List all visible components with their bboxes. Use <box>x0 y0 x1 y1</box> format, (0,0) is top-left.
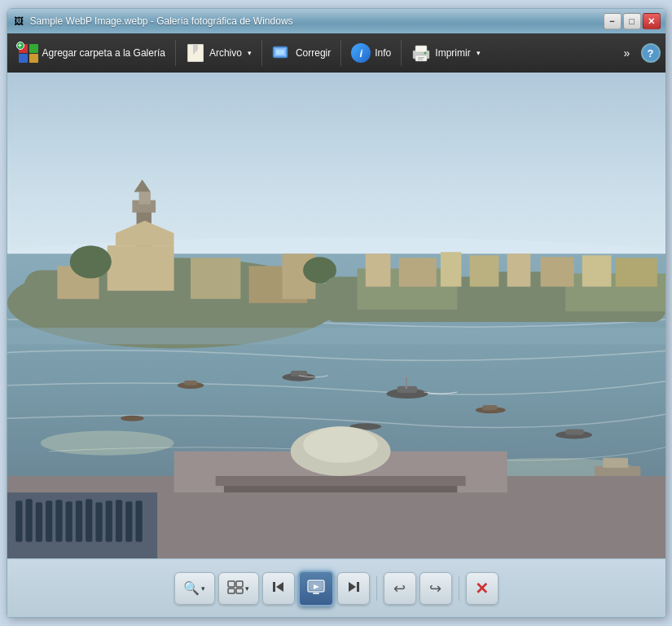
toolbar-overflow-button[interactable]: » <box>618 44 636 62</box>
svg-rect-75 <box>125 501 132 541</box>
info-label: Info <box>375 47 391 59</box>
corregir-button[interactable]: Corregir <box>266 40 337 66</box>
separator-4 <box>401 40 402 66</box>
zoom-icon: 🔍 <box>183 580 200 596</box>
svg-rect-67 <box>46 500 52 542</box>
svg-rect-64 <box>15 500 22 542</box>
svg-rect-77 <box>228 581 235 587</box>
fit-icon <box>227 580 244 597</box>
undo-icon: ↩ <box>393 580 406 597</box>
add-gallery-icon: + <box>19 43 38 63</box>
svg-rect-20 <box>107 245 173 291</box>
info-button[interactable]: i Info <box>345 40 397 66</box>
zoom-button[interactable]: 🔍 ▾ <box>174 572 215 605</box>
svg-point-60 <box>303 426 378 462</box>
corregir-icon <box>272 43 292 63</box>
svg-rect-71 <box>86 499 92 542</box>
svg-marker-88 <box>349 582 356 592</box>
svg-rect-37 <box>507 253 530 286</box>
svg-rect-76 <box>135 500 142 542</box>
fit-dropdown-icon: ▾ <box>245 584 249 593</box>
svg-point-12 <box>40 430 173 455</box>
imprimir-icon <box>411 43 431 63</box>
svg-rect-87 <box>357 582 359 592</box>
svg-rect-45 <box>405 377 406 389</box>
svg-rect-74 <box>115 500 121 542</box>
svg-rect-68 <box>55 500 62 542</box>
help-label: ? <box>648 47 654 60</box>
prev-button[interactable] <box>262 572 295 605</box>
archivo-chevron-icon: ▾ <box>248 49 252 57</box>
svg-rect-38 <box>540 257 573 286</box>
slideshow-icon <box>307 579 325 598</box>
svg-rect-65 <box>25 499 32 542</box>
svg-rect-79 <box>228 589 235 593</box>
separator-1 <box>175 40 176 66</box>
svg-rect-69 <box>65 501 72 541</box>
add-gallery-label: Agregar carpeta a la Galería <box>42 47 165 59</box>
svg-rect-81 <box>273 582 275 592</box>
svg-rect-2 <box>276 50 284 55</box>
svg-rect-35 <box>440 252 461 286</box>
svg-rect-56 <box>603 458 628 468</box>
svg-rect-6 <box>418 57 424 59</box>
minimize-button[interactable]: − <box>604 13 621 29</box>
svg-rect-40 <box>615 258 657 286</box>
fit-button[interactable]: ▾ <box>218 572 259 605</box>
svg-marker-82 <box>276 582 283 592</box>
svg-rect-47 <box>481 405 496 410</box>
controls-bar: 🔍 ▾ ▾ <box>7 558 665 617</box>
imprimir-chevron-icon: ▾ <box>477 49 481 57</box>
delete-button[interactable]: ✕ <box>466 572 499 605</box>
undo-button[interactable]: ↩ <box>384 572 416 605</box>
archivo-button[interactable]: Archivo ▾ <box>179 40 258 66</box>
svg-rect-86 <box>313 593 319 594</box>
svg-rect-18 <box>138 192 150 204</box>
next-button[interactable] <box>337 572 370 605</box>
image-area <box>7 73 665 558</box>
title-bar: 🖼 Sample WebP Image.webp - Galería fotog… <box>7 9 665 33</box>
svg-rect-4 <box>415 46 427 52</box>
prev-icon <box>271 580 286 597</box>
next-icon <box>346 580 361 597</box>
photo-display <box>7 73 665 558</box>
svg-rect-72 <box>95 502 102 541</box>
svg-rect-51 <box>183 381 196 386</box>
svg-rect-73 <box>105 500 112 542</box>
separator-3 <box>340 40 341 66</box>
svg-rect-34 <box>398 258 436 286</box>
imprimir-label: Imprimir <box>435 47 470 59</box>
svg-rect-61 <box>215 476 465 486</box>
svg-rect-42 <box>290 371 306 377</box>
app-icon: 🖼 <box>12 15 25 28</box>
archivo-label: Archivo <box>209 47 242 59</box>
delete-icon: ✕ <box>475 579 489 598</box>
corregir-label: Corregir <box>296 47 331 59</box>
svg-point-26 <box>69 245 111 278</box>
maximize-button[interactable]: □ <box>623 13 641 29</box>
redo-button[interactable]: ↪ <box>419 572 452 605</box>
main-window: 🖼 Sample WebP Image.webp - Galería fotog… <box>7 8 666 618</box>
svg-rect-23 <box>191 258 240 299</box>
svg-rect-66 <box>35 502 42 541</box>
svg-point-53 <box>121 416 144 421</box>
venice-svg <box>7 73 665 558</box>
svg-rect-49 <box>565 429 584 434</box>
svg-rect-7 <box>418 59 423 60</box>
zoom-dropdown-icon: ▾ <box>201 584 205 593</box>
window-title: Sample WebP Image.webp - Galería fotográ… <box>30 15 604 27</box>
svg-rect-36 <box>469 255 499 286</box>
controls-separator-1 <box>376 576 377 601</box>
svg-rect-55 <box>595 466 640 478</box>
imprimir-button[interactable]: Imprimir ▾ <box>405 40 486 66</box>
info-icon: i <box>351 43 371 63</box>
svg-rect-62 <box>223 486 456 492</box>
slideshow-button[interactable] <box>298 571 334 606</box>
window-close-button[interactable]: ✕ <box>643 13 661 29</box>
svg-rect-78 <box>236 581 243 587</box>
redo-icon: ↪ <box>429 580 441 597</box>
add-gallery-button[interactable]: + Agregar carpeta a la Galería <box>12 40 172 66</box>
help-button[interactable]: ? <box>641 43 661 63</box>
archivo-icon <box>186 43 205 63</box>
svg-rect-39 <box>582 255 611 286</box>
